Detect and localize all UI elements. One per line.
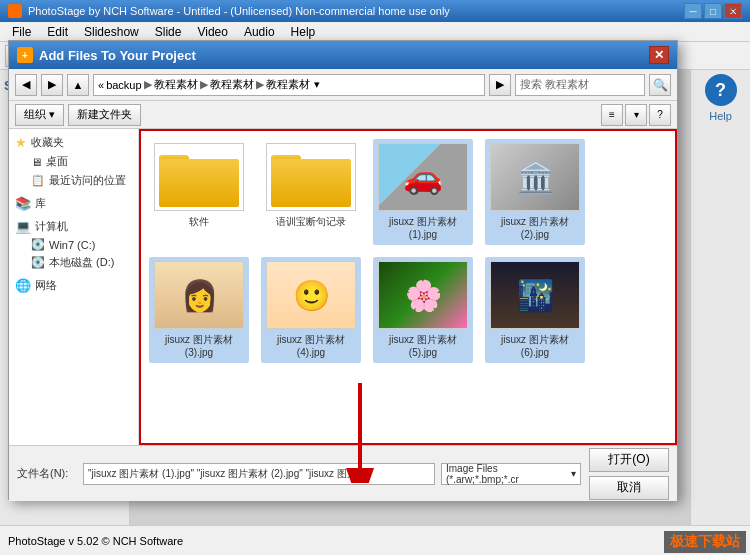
filetype-dropdown-icon: ▾	[571, 468, 576, 479]
menu-help[interactable]: Help	[283, 23, 324, 41]
organize-button[interactable]: 组织 ▾	[15, 104, 64, 126]
nav-child-disk-d[interactable]: 💽 本地磁盘 (D:)	[9, 253, 138, 272]
nav-group-network: 🌐 网络	[9, 276, 138, 295]
menu-video[interactable]: Video	[189, 23, 235, 41]
nav-label-library: 库	[35, 196, 46, 211]
file-label-4: jisuxz 图片素材 (2).jpg	[489, 215, 581, 241]
list-item[interactable]: 软件	[149, 139, 249, 245]
file-label-3: jisuxz 图片素材 (1).jpg	[377, 215, 469, 241]
view-dropdown-button[interactable]: ▾	[625, 104, 647, 126]
disk-d-icon: 💽	[31, 256, 45, 269]
search-box: 搜索 教程素材	[515, 74, 645, 96]
filetype-select[interactable]: Image Files (*.arw;*.bmp;*.cr ▾	[441, 463, 581, 485]
nav-label-recent: 最近访问的位置	[49, 173, 126, 188]
nav-section-library[interactable]: 📚 库	[9, 194, 138, 213]
folder-thumb-1	[154, 143, 244, 211]
network-icon: 🌐	[15, 278, 31, 293]
new-folder-button[interactable]: 新建文件夹	[68, 104, 141, 126]
list-item[interactable]: 语训宝断句记录	[261, 139, 361, 245]
image-thumb-4: 🙂	[266, 261, 356, 329]
dialog-close-button[interactable]: ✕	[649, 46, 669, 64]
file-dialog: + Add Files To Your Project ✕ ◀ ▶ ▲ « ba…	[8, 40, 678, 500]
menu-bar: File Edit Slideshow Slide Video Audio He…	[0, 22, 750, 42]
dialog-toolbar2: 组织 ▾ 新建文件夹 ≡ ▾ ?	[9, 101, 677, 129]
maximize-button[interactable]: □	[704, 3, 722, 19]
menu-audio[interactable]: Audio	[236, 23, 283, 41]
cancel-button-label: 取消	[617, 479, 641, 496]
organize-label: 组织 ▾	[24, 107, 55, 122]
help-button[interactable]: ?	[649, 104, 671, 126]
menu-slide[interactable]: Slide	[147, 23, 190, 41]
filename-row-inner: 文件名(N): Image Files (*.arw;*.bmp;*.cr ▾	[17, 463, 581, 485]
filename-row: 文件名(N): Image Files (*.arw;*.bmp;*.cr ▾	[17, 463, 581, 485]
menu-file[interactable]: File	[4, 23, 39, 41]
path-dropdown-btn[interactable]: ▾	[314, 78, 320, 91]
list-item[interactable]: 🚗 jisuxz 图片素材 (1).jpg	[373, 139, 473, 245]
file-label-2: 语训宝断句记录	[276, 215, 346, 228]
nav-child-recent[interactable]: 📋 最近访问的位置	[9, 171, 138, 190]
menu-slideshow[interactable]: Slideshow	[76, 23, 147, 41]
file-label-1: 软件	[189, 215, 209, 228]
filename-input[interactable]	[83, 463, 435, 485]
image-thumb-3: 👩	[154, 261, 244, 329]
list-item[interactable]: 👩 jisuxz 图片素材 (3).jpg	[149, 257, 249, 363]
path-bar: « backup ▶ 教程素材 ▶ 教程素材 ▶ 教程素材 ▾	[93, 74, 485, 96]
menu-edit[interactable]: Edit	[39, 23, 76, 41]
status-bar: PhotoStage v 5.02 © NCH Software	[0, 525, 750, 555]
cancel-button[interactable]: 取消	[589, 476, 669, 500]
file-label-7: jisuxz 图片素材 (5).jpg	[377, 333, 469, 359]
dialog-title-bar: + Add Files To Your Project ✕	[9, 41, 677, 69]
nav-section-computer[interactable]: 💻 计算机	[9, 217, 138, 236]
back-button[interactable]: ◀	[15, 74, 37, 96]
search-button[interactable]: 🔍	[649, 74, 671, 96]
file-label-8: jisuxz 图片素材 (6).jpg	[489, 333, 581, 359]
path-segment-2: 教程素材	[154, 77, 198, 92]
title-bar: PhotoStage by NCH Software - Untitled - …	[0, 0, 750, 22]
library-icon: 📚	[15, 196, 31, 211]
dialog-toolbar: ◀ ▶ ▲ « backup ▶ 教程素材 ▶ 教程素材 ▶ 教程素材	[9, 69, 677, 101]
help-label: Help	[709, 110, 732, 122]
nav-section-network[interactable]: 🌐 网络	[9, 276, 138, 295]
help-icon[interactable]: ?	[705, 74, 737, 106]
file-label-5: jisuxz 图片素材 (3).jpg	[153, 333, 245, 359]
image-thumb-1: 🚗	[378, 143, 468, 211]
path-nav-button[interactable]: ▶	[489, 74, 511, 96]
view-list-button[interactable]: ≡	[601, 104, 623, 126]
minimize-button[interactable]: ─	[684, 3, 702, 19]
folder-thumb-2	[266, 143, 356, 211]
right-panel: ? Help	[690, 70, 750, 525]
nav-group-favorites: ★ 收藏夹 🖥 桌面 📋 最近访问的位置	[9, 133, 138, 190]
path-text-2: 教程素材	[210, 77, 254, 92]
list-item[interactable]: 🌃 jisuxz 图片素材 (6).jpg	[485, 257, 585, 363]
forward-button[interactable]: ▶	[41, 74, 63, 96]
nav-section-favorites[interactable]: ★ 收藏夹	[9, 133, 138, 152]
nav-group-library: 📚 库	[9, 194, 138, 213]
up-button[interactable]: ▲	[67, 74, 89, 96]
filename-label: 文件名(N):	[17, 466, 77, 481]
list-item[interactable]: 🌸 jisuxz 图片素材 (5).jpg	[373, 257, 473, 363]
nav-child-win7[interactable]: 💽 Win7 (C:)	[9, 236, 138, 253]
dialog-title: Add Files To Your Project	[39, 48, 649, 63]
folder-icon-1	[155, 144, 243, 210]
dialog-buttons: 打开(O) 取消	[589, 448, 669, 500]
nav-child-desktop[interactable]: 🖥 桌面	[9, 152, 138, 171]
watermark: 极速下载站	[664, 531, 746, 553]
dialog-icon: +	[17, 47, 33, 63]
file-grid: 软件 语训宝断句记录	[139, 129, 677, 445]
path-segment-4: 教程素材	[266, 77, 310, 92]
list-item[interactable]: 🙂 jisuxz 图片素材 (4).jpg	[261, 257, 361, 363]
dialog-content: ★ 收藏夹 🖥 桌面 📋 最近访问的位置 📚	[9, 129, 677, 445]
beta-label: Beta	[721, 4, 742, 15]
nav-label-favorites: 收藏夹	[31, 135, 64, 150]
folder-icon-2	[267, 144, 355, 210]
desktop-icon: 🖥	[31, 156, 42, 168]
image-thumb-6: 🌃	[490, 261, 580, 329]
nav-label-network: 网络	[35, 278, 57, 293]
nav-label-disk-d: 本地磁盘 (D:)	[49, 255, 114, 270]
disk-c-icon: 💽	[31, 238, 45, 251]
open-button[interactable]: 打开(O)	[589, 448, 669, 472]
path-text-backup: backup	[106, 79, 141, 91]
path-segment-1: « backup	[98, 79, 142, 91]
list-item[interactable]: 🏛️ jisuxz 图片素材 (2).jpg	[485, 139, 585, 245]
view-buttons: ≡ ▾ ?	[601, 104, 671, 126]
